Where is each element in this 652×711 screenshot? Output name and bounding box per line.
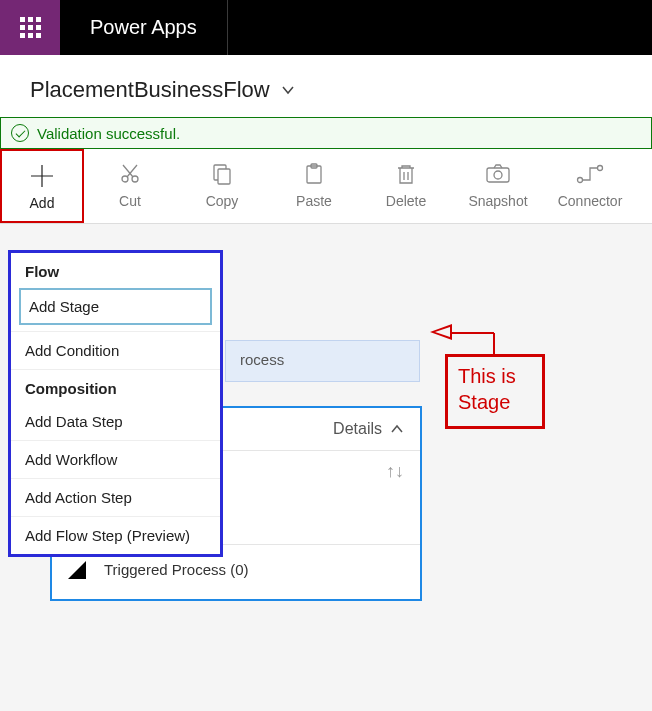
scissors-icon bbox=[84, 161, 176, 187]
connector-label: Connector bbox=[544, 193, 636, 209]
menu-add-flow-step[interactable]: Add Flow Step (Preview) bbox=[11, 516, 220, 554]
delete-label: Delete bbox=[360, 193, 452, 209]
dropdown-section-composition: Composition bbox=[11, 369, 220, 403]
stage-header[interactable]: rocess bbox=[225, 340, 420, 382]
menu-add-condition[interactable]: Add Condition bbox=[11, 331, 220, 369]
annotation-arrow-hline bbox=[451, 332, 494, 334]
waffle-icon bbox=[20, 17, 41, 38]
triggered-label: Triggered Process (0) bbox=[104, 561, 249, 578]
copy-icon bbox=[176, 161, 268, 187]
paste-label: Paste bbox=[268, 193, 360, 209]
details-label: Details bbox=[333, 420, 382, 438]
clipboard-icon bbox=[268, 161, 360, 187]
stage-header-text: rocess bbox=[240, 351, 284, 368]
chevron-down-icon[interactable] bbox=[280, 82, 296, 98]
annotation-line1: This is bbox=[458, 363, 532, 389]
app-title: Power Apps bbox=[60, 0, 227, 55]
plus-icon bbox=[2, 163, 82, 189]
camera-icon bbox=[452, 161, 544, 187]
cut-button[interactable]: Cut bbox=[84, 149, 176, 223]
app-launcher-button[interactable] bbox=[0, 0, 60, 55]
snapshot-label: Snapshot bbox=[452, 193, 544, 209]
connector-button[interactable]: Connector bbox=[544, 149, 636, 223]
top-bar: Power Apps bbox=[0, 0, 652, 55]
copy-label: Copy bbox=[176, 193, 268, 209]
menu-add-workflow[interactable]: Add Workflow bbox=[11, 440, 220, 478]
svg-rect-3 bbox=[218, 169, 230, 184]
menu-add-data-step[interactable]: Add Data Step bbox=[11, 403, 220, 440]
trash-icon bbox=[360, 161, 452, 187]
snapshot-button[interactable]: Snapshot bbox=[452, 149, 544, 223]
svg-rect-6 bbox=[487, 168, 509, 182]
svg-point-9 bbox=[598, 166, 603, 171]
connector-icon bbox=[544, 161, 636, 187]
chevron-up-icon bbox=[390, 422, 404, 436]
annotation-arrow-head bbox=[430, 324, 452, 340]
annotation-line2: Stage bbox=[458, 389, 532, 415]
svg-point-7 bbox=[494, 171, 502, 179]
flow-name: PlacementBusinessFlow bbox=[30, 77, 270, 103]
menu-add-stage[interactable]: Add Stage bbox=[19, 288, 212, 325]
annotation-box: This is Stage bbox=[445, 354, 545, 429]
add-label: Add bbox=[2, 195, 82, 211]
menu-add-action-step[interactable]: Add Action Step bbox=[11, 478, 220, 516]
dropdown-section-flow: Flow bbox=[11, 253, 220, 286]
triangle-icon bbox=[68, 559, 88, 579]
checkmark-circle-icon bbox=[11, 124, 29, 142]
delete-button[interactable]: Delete bbox=[360, 149, 452, 223]
annotation-arrow-vline bbox=[493, 333, 495, 356]
validation-banner: Validation successful. bbox=[0, 117, 652, 149]
copy-button[interactable]: Copy bbox=[176, 149, 268, 223]
svg-point-8 bbox=[578, 178, 583, 183]
separator bbox=[227, 0, 228, 55]
breadcrumb: PlacementBusinessFlow bbox=[0, 55, 652, 117]
cut-label: Cut bbox=[84, 193, 176, 209]
validation-message: Validation successful. bbox=[37, 125, 180, 142]
sort-arrows-icon: ↑↓ bbox=[386, 461, 404, 482]
toolbar: Add Cut Copy Paste Delete Snapshot Con bbox=[0, 149, 652, 224]
add-button[interactable]: Add bbox=[0, 149, 84, 223]
paste-button[interactable]: Paste bbox=[268, 149, 360, 223]
add-menu-dropdown: Flow Add Stage Add Condition Composition… bbox=[8, 250, 223, 557]
